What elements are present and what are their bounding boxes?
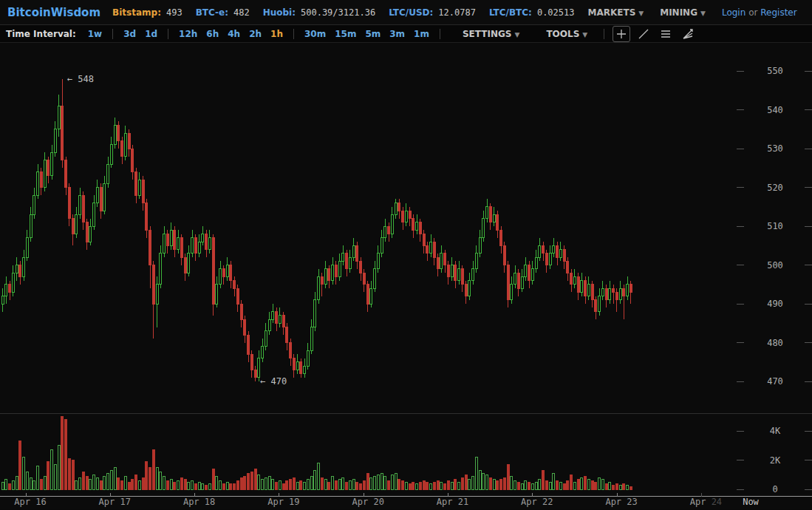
ticker-value: 493 bbox=[166, 7, 182, 18]
interval-group-divider bbox=[112, 29, 113, 39]
ticker-ltcbtc[interactable]: LTC/BTC:0.02513 bbox=[489, 7, 575, 18]
time-interval-label: Time Interval: bbox=[6, 29, 76, 39]
crosshair-icon[interactable] bbox=[613, 26, 630, 42]
ticker-label: LTC/BTC: bbox=[489, 7, 532, 18]
annotation-arrow-icon: ← bbox=[67, 74, 72, 84]
annotation-470: 470 bbox=[271, 376, 287, 387]
date-axis-label: Apr 16 bbox=[14, 497, 46, 507]
chevron-down-icon: ▼ bbox=[582, 31, 587, 38]
toolbar-divider bbox=[604, 29, 604, 39]
ticker-label: BTC-e: bbox=[196, 7, 228, 18]
date-axis-label: Apr 22 bbox=[521, 497, 553, 507]
candlestick-chart-canvas[interactable]: 5505405305205105004904804704K2K0Apr 16Ap… bbox=[0, 43, 812, 509]
annotation-548: 548 bbox=[78, 74, 94, 84]
ticker-label: LTC/USD: bbox=[389, 7, 433, 18]
chart-area: 5505405305205105004904804704K2K0Apr 16Ap… bbox=[0, 43, 812, 509]
price-axis-label: 530 bbox=[767, 143, 783, 154]
ticker-value: 482 bbox=[233, 7, 250, 18]
ticker-label: Huobi: bbox=[263, 7, 296, 18]
annotation-arrow-icon: ← bbox=[260, 376, 265, 387]
price-axis-label: 520 bbox=[767, 183, 783, 193]
volume-axis-label: 0 bbox=[772, 484, 777, 494]
interval-12h[interactable]: 12h bbox=[179, 29, 197, 39]
ticker-ltcusd[interactable]: LTC/USD:12.0787 bbox=[389, 7, 476, 18]
interval-buttons: 1w3d1d12h6h4h2h1h30m15m5m3m1m bbox=[83, 29, 434, 39]
trendline-icon[interactable] bbox=[635, 26, 652, 42]
ticker-value: 0.02513 bbox=[537, 7, 575, 18]
price-axis-label: 550 bbox=[767, 66, 783, 76]
ticker-value: 12.0787 bbox=[438, 7, 476, 18]
date-axis-label: Apr 21 bbox=[437, 497, 468, 507]
interval-15m[interactable]: 15m bbox=[335, 29, 356, 39]
interval-4h[interactable]: 4h bbox=[228, 29, 240, 39]
ticker-label: Bitstamp: bbox=[112, 7, 161, 18]
price-axis-label: 490 bbox=[767, 299, 783, 309]
price-axis-label: 540 bbox=[767, 105, 783, 115]
interval-1h[interactable]: 1h bbox=[270, 29, 283, 39]
ticker-btc-e[interactable]: BTC-e:482 bbox=[196, 7, 250, 18]
toolbar-divider bbox=[440, 29, 440, 39]
ticker-bitstamp[interactable]: Bitstamp:493 bbox=[112, 7, 182, 18]
brand-logo[interactable]: BitcoinWisdom bbox=[7, 6, 100, 19]
horizontal-lines-icon[interactable] bbox=[657, 26, 675, 42]
login-link[interactable]: Login bbox=[722, 7, 746, 18]
chevron-down-icon: ▼ bbox=[638, 10, 644, 17]
interval-3d[interactable]: 3d bbox=[123, 29, 136, 39]
ticker-value: 500.39/3121.36 bbox=[301, 7, 375, 18]
header-menus: MARKETS▼MINING▼ bbox=[587, 7, 721, 18]
volume-axis-label: 4K bbox=[770, 426, 781, 436]
price-axis-label: 500 bbox=[767, 260, 783, 271]
register-link[interactable]: Register bbox=[760, 7, 796, 18]
mining-menu[interactable]: MINING▼ bbox=[660, 7, 706, 18]
fan-lines-icon[interactable] bbox=[679, 26, 697, 42]
app-header: BitcoinWisdom Bitstamp:493BTC-e:482Huobi… bbox=[0, 0, 812, 25]
auth-links: Login or Register bbox=[722, 7, 797, 18]
volume-axis-label: 2K bbox=[770, 455, 781, 466]
interval-1w[interactable]: 1w bbox=[88, 29, 102, 39]
interval-30m[interactable]: 30m bbox=[304, 29, 326, 39]
ticker-huobi[interactable]: Huobi:500.39/3121.36 bbox=[263, 7, 376, 18]
interval-6h[interactable]: 6h bbox=[206, 29, 219, 39]
interval-group-divider bbox=[293, 29, 294, 39]
interval-2h[interactable]: 2h bbox=[249, 29, 262, 39]
interval-5m[interactable]: 5m bbox=[365, 29, 381, 39]
date-axis-label-future: Apr 24 bbox=[690, 497, 722, 507]
chevron-down-icon: ▼ bbox=[514, 31, 519, 38]
date-axis-label: Apr 17 bbox=[99, 497, 131, 507]
interval-group-divider bbox=[168, 29, 168, 39]
tools-menu[interactable]: TOOLS▼ bbox=[546, 29, 587, 39]
price-axis-label: 470 bbox=[767, 376, 783, 387]
interval-1d[interactable]: 1d bbox=[145, 29, 157, 39]
chevron-down-icon: ▼ bbox=[700, 10, 706, 17]
markets-menu[interactable]: MARKETS▼ bbox=[587, 7, 644, 18]
time-interval-toolbar: Time Interval: 1w3d1d12h6h4h2h1h30m15m5m… bbox=[0, 25, 812, 43]
now-label: Now bbox=[743, 497, 759, 507]
date-axis-label: Apr 20 bbox=[352, 497, 384, 507]
interval-3m[interactable]: 3m bbox=[389, 29, 405, 39]
auth-or-text: or bbox=[748, 7, 757, 18]
price-axis-label: 480 bbox=[767, 338, 783, 348]
interval-1m[interactable]: 1m bbox=[414, 29, 429, 39]
drawing-tools bbox=[610, 26, 699, 42]
price-axis-label: 510 bbox=[767, 221, 783, 231]
date-axis-label: Apr 23 bbox=[605, 497, 637, 507]
date-axis-label: Apr 19 bbox=[267, 497, 299, 507]
market-tickers: Bitstamp:493BTC-e:482Huobi:500.39/3121.3… bbox=[112, 7, 587, 18]
date-axis-label: Apr 18 bbox=[183, 497, 215, 507]
settings-menu[interactable]: SETTINGS▼ bbox=[463, 29, 519, 39]
